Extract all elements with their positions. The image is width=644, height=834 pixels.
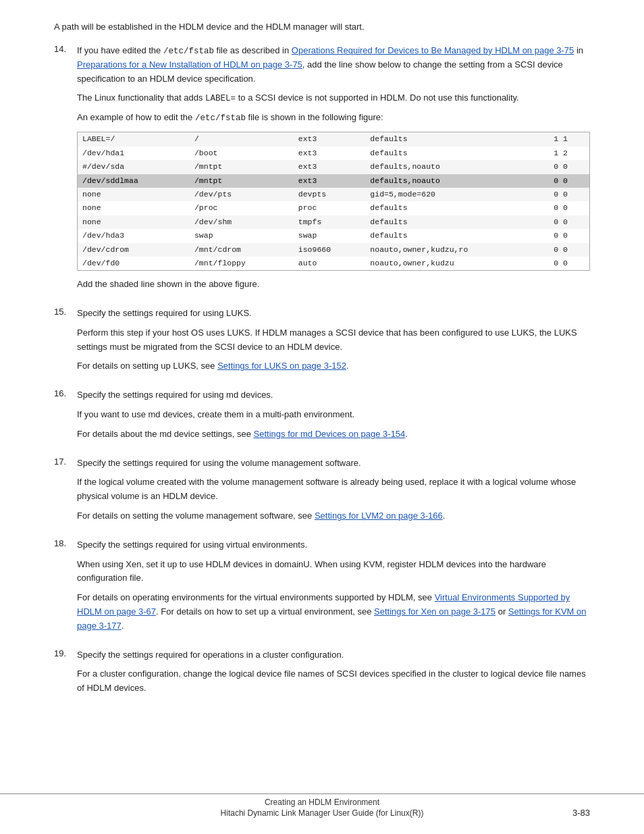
table-cell: swap [294,229,366,242]
table-row: /dev/hda1/bootext3defaults1 2 [78,147,590,160]
table-cell: defaults [365,215,549,229]
table-cell: 0 0 [549,257,589,271]
item-17-para3: For details on setting the volume manage… [77,509,590,523]
table-cell: /dev/pts [190,188,294,201]
table-cell: defaults [365,147,549,160]
table-cell: ext3 [294,147,366,160]
list-item-14: 14. If you have edited the /etc/fstab fi… [54,44,590,297]
link-virtual-envs[interactable]: Virtual Environments Supported by HDLM o… [77,592,570,617]
item-16-para1: Specify the settings required for using … [77,388,590,402]
content-area: A path will be established in the HDLM d… [54,20,590,701]
table-row: /dev/sddlmaa/mntptext3defaults,noauto0 0 [78,174,590,188]
table-cell: 0 0 [549,174,589,188]
item-14-para3: An example of how to edit the /etc/fstab… [77,111,590,125]
item-body-18: Specify the settings required for using … [77,538,590,639]
item-19-para1: Specify the settings required for operat… [77,648,590,662]
item-14-para2: The Linux functionality that adds LABEL=… [77,91,590,105]
table-cell: /mnt/cdrom [190,243,294,257]
list-item-16: 16. Specify the settings required for us… [54,388,590,446]
table-cell: defaults [365,132,549,147]
table-cell: /boot [190,147,294,160]
page: A path will be established in the HDLM d… [0,0,644,834]
table-row: #/dev/sda/mntptext3defaults,noauto0 0 [78,160,590,174]
link-xen[interactable]: Settings for Xen on page 3-175 [374,606,495,617]
table-cell: defaults [365,201,549,215]
table-cell: /mntpt [190,174,294,188]
item-number-16: 16. [54,388,73,446]
link-preparations[interactable]: Preparations for a New Installation of H… [77,59,302,70]
table-row: LABEL=//ext3defaults1 1 [78,132,590,147]
table-cell: 0 0 [549,243,589,257]
table-cell: 1 2 [549,147,589,160]
code-fstab-1: /etc/fstab [163,47,214,56]
table-cell: iso9660 [294,243,366,257]
item-18-para2: When using Xen, set it up to use HDLM de… [77,558,590,586]
table-cell: 0 0 [549,160,589,174]
item-number-14: 14. [54,44,73,297]
item-14-para1: If you have edited the /etc/fstab file a… [77,44,590,86]
table-cell: /dev/fd0 [78,257,190,271]
item-14-after-table: Add the shaded line shown in the above f… [77,278,590,292]
link-luks[interactable]: Settings for LUKS on page 3-152 [217,361,346,371]
table-cell: 1 1 [549,132,589,147]
table-cell: defaults,noauto [365,160,549,174]
page-number: 3-83 [572,808,590,818]
table-cell: /dev/shm [190,215,294,229]
link-lvm2[interactable]: Settings for LVM2 on page 3-166 [315,511,443,521]
table-cell: 0 0 [549,188,589,201]
code-label: LABEL= [205,94,236,103]
table-cell: /dev/sddlmaa [78,174,190,188]
list-item-17: 17. Specify the settings required for us… [54,457,590,529]
table-cell: /proc [190,201,294,215]
item-18-para3: For details on operating environments fo… [77,591,590,633]
table-cell: /mntpt [190,160,294,174]
item-15-para2: Perform this step if your host OS uses L… [77,326,590,355]
item-16-para2: If you want to use md devices, create th… [77,408,590,422]
table-row: none/dev/ptsdevptsgid=5,mode=6200 0 [78,188,590,201]
table-cell: gid=5,mode=620 [365,188,549,201]
item-number-19: 19. [54,648,73,701]
intro-paragraph: A path will be established in the HDLM d… [54,20,590,34]
table-cell: ext3 [294,174,366,188]
table-cell: proc [294,201,366,215]
item-body-17: Specify the settings required for using … [77,457,590,529]
table-cell: 0 0 [549,229,589,242]
item-16-para3: For details about the md device settings… [77,427,590,442]
fstab-table: LABEL=//ext3defaults1 1/dev/hda1/bootext… [77,132,590,271]
item-number-15: 15. [54,307,73,379]
table-cell: none [78,215,190,229]
page-footer: Creating an HDLM Environment Hitachi Dyn… [0,793,644,818]
table-cell: none [78,201,190,215]
item-body-16: Specify the settings required for using … [77,388,590,446]
table-cell: noauto,owner,kudzu [365,257,549,271]
table-cell: /dev/hda1 [78,147,190,160]
list-item-19: 19. Specify the settings required for op… [54,648,590,701]
item-19-para2: For a cluster configuration, change the … [77,667,590,696]
table-cell: auto [294,257,366,271]
table-cell: ext3 [294,160,366,174]
table-cell: /dev/cdrom [78,243,190,257]
item-number-17: 17. [54,457,73,529]
list-item-18: 18. Specify the settings required for us… [54,538,590,639]
item-15-para1: Specify the settings required for using … [77,307,590,321]
table-cell: tmpfs [294,215,366,229]
table-cell: LABEL=/ [78,132,190,147]
item-17-para2: If the logical volume created with the v… [77,475,590,504]
item-body-14: If you have edited the /etc/fstab file a… [77,44,590,297]
table-cell: /dev/hda3 [78,229,190,242]
table-cell: none [78,188,190,201]
table-cell: / [190,132,294,147]
table-cell: 0 0 [549,201,589,215]
item-number-18: 18. [54,538,73,639]
item-18-para1: Specify the settings required for using … [77,538,590,552]
list-item-15: 15. Specify the settings required for us… [54,307,590,379]
table-cell: #/dev/sda [78,160,190,174]
table-cell: defaults,noauto [365,174,549,188]
table-row: none/dev/shmtmpfsdefaults0 0 [78,215,590,229]
table-cell: 0 0 [549,215,589,229]
item-body-19: Specify the settings required for operat… [77,648,590,701]
link-md-devices[interactable]: Settings for md Devices on page 3-154 [254,429,406,439]
link-operations[interactable]: Operations Required for Devices to Be Ma… [292,45,574,55]
table-row: /dev/fd0/mnt/floppyautonoauto,owner,kudz… [78,257,590,271]
table-cell: /mnt/floppy [190,257,294,271]
